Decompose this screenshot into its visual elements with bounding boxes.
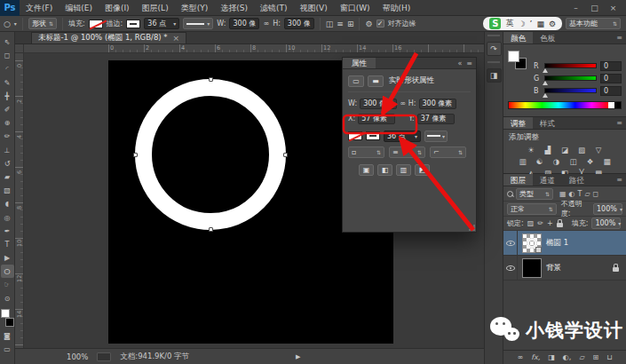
- gradient-tool[interactable]: ▧: [1, 184, 14, 197]
- layer-mask-icon[interactable]: ◨: [548, 353, 555, 361]
- filter-group-layers-icon[interactable]: ▱: [584, 190, 590, 198]
- tab-layers[interactable]: 图层: [503, 174, 533, 186]
- ime-keyboard-icon[interactable]: ▦: [536, 20, 544, 28]
- tab-swatches[interactable]: 色板: [533, 32, 562, 44]
- stroke-type-select[interactable]: ▾: [183, 18, 213, 29]
- intersect-shapes-button[interactable]: ▥: [396, 164, 411, 176]
- menu-view[interactable]: 视图(V): [293, 0, 333, 16]
- shape-anchor-left[interactable]: [133, 153, 138, 157]
- red-value[interactable]: 0: [600, 61, 622, 71]
- history-brush-tool[interactable]: ↺: [1, 157, 14, 170]
- ellipse-tool-preset-icon[interactable]: ○: [4, 20, 11, 28]
- panel-menu-icon[interactable]: ≡: [466, 58, 472, 68]
- lock-transparency-icon[interactable]: ▨: [527, 219, 535, 227]
- link-dimensions-icon[interactable]: ∞: [400, 99, 406, 107]
- workspace-select[interactable]: 基本功能⇅: [566, 18, 621, 29]
- fill-swatch[interactable]: [348, 131, 362, 140]
- menu-file[interactable]: 文件(F): [20, 0, 59, 16]
- stroke-width-field[interactable]: 36 点▾: [384, 131, 421, 142]
- layer-name[interactable]: 椭圆 1: [546, 238, 568, 249]
- move-tool[interactable]: ⇖: [1, 36, 14, 49]
- shape-x-field[interactable]: 57 像素: [358, 114, 395, 124]
- crop-tool[interactable]: ╋: [1, 90, 14, 103]
- foreground-color-swatch[interactable]: [508, 51, 519, 62]
- clone-stamp-tool[interactable]: ⊥: [1, 144, 14, 157]
- exclude-shapes-button[interactable]: ◩: [415, 164, 430, 176]
- filter-pixel-layers-icon[interactable]: ▦: [559, 190, 567, 198]
- gear-icon[interactable]: ⚙: [365, 20, 372, 28]
- photo-filter-icon[interactable]: ◫: [567, 156, 579, 166]
- link-layers-icon[interactable]: ∞: [518, 353, 524, 361]
- filter-type-layers-icon[interactable]: T: [578, 190, 582, 198]
- background-color-swatch[interactable]: [5, 318, 14, 327]
- new-group-icon[interactable]: ▱: [579, 353, 584, 361]
- new-layer-icon[interactable]: ⊞: [593, 353, 599, 361]
- stroke-type-select[interactable]: ▾: [424, 131, 448, 142]
- dodge-tool[interactable]: ◎: [1, 210, 14, 224]
- menu-edit[interactable]: 编辑(E): [59, 0, 99, 16]
- eyedropper-tool[interactable]: ✐: [1, 103, 14, 116]
- screen-mode-button[interactable]: ▭: [1, 343, 14, 356]
- blue-slider-handle[interactable]: [543, 93, 548, 98]
- type-tool[interactable]: T: [1, 238, 14, 251]
- tab-close-icon[interactable]: ×: [173, 34, 180, 43]
- tab-channels[interactable]: 通道: [533, 174, 562, 186]
- tab-styles[interactable]: 样式: [533, 117, 562, 129]
- curves-icon[interactable]: ◪: [559, 145, 571, 154]
- filter-adjustment-layers-icon[interactable]: ◐: [569, 190, 575, 198]
- close-button[interactable]: ×: [606, 2, 621, 13]
- collapse-panel-icon[interactable]: «: [457, 58, 462, 68]
- eraser-tool[interactable]: ▰: [1, 170, 14, 184]
- panel-menu-icon[interactable]: ≡: [613, 174, 626, 186]
- stroke-swatch[interactable]: [126, 20, 140, 28]
- lock-position-icon[interactable]: +: [547, 219, 553, 227]
- quick-selection-tool[interactable]: ✎: [1, 76, 14, 90]
- maximize-button[interactable]: □: [587, 2, 602, 13]
- layer-thumbnail[interactable]: [522, 258, 542, 278]
- filter-shape-layers-icon[interactable]: ◻: [593, 190, 599, 198]
- blur-tool[interactable]: ◖: [1, 197, 14, 210]
- panel-resize-grip[interactable]: [469, 225, 475, 231]
- ruler-corner[interactable]: [15, 44, 24, 53]
- align-edges-checkbox[interactable]: ✓: [376, 20, 384, 28]
- shape-anchor-right[interactable]: [283, 153, 288, 157]
- menu-select[interactable]: 选择(S): [214, 0, 254, 16]
- fill-swatch[interactable]: [89, 20, 103, 28]
- lock-image-icon[interactable]: ✏: [537, 219, 543, 227]
- shape-y-field[interactable]: 37 像素: [417, 114, 455, 124]
- filter-kind-select[interactable]: 类型⇅: [516, 188, 553, 200]
- foreground-background-swatches[interactable]: [1, 309, 14, 327]
- path-arrangement-icon[interactable]: ⊞: [347, 20, 354, 28]
- opacity-field[interactable]: 100%▾: [593, 203, 622, 215]
- vertical-ruler[interactable]: 0 2 4 6 8 10 12 14: [15, 53, 24, 348]
- spectrum-black-cell[interactable]: [614, 102, 621, 108]
- properties-panel-button[interactable]: ◨: [487, 68, 502, 83]
- rectangular-marquee-tool[interactable]: ◻: [1, 49, 14, 62]
- green-slider-handle[interactable]: [543, 81, 548, 85]
- stroke-corners-select[interactable]: ⌐⇅: [430, 146, 466, 158]
- levels-icon[interactable]: ▟: [543, 145, 554, 154]
- black-white-icon[interactable]: ◑: [551, 156, 562, 166]
- blue-slider[interactable]: [544, 88, 597, 93]
- fill-field[interactable]: 100%▾: [591, 218, 621, 229]
- visibility-toggle[interactable]: [503, 256, 518, 280]
- zoom-level[interactable]: 100%: [67, 352, 88, 361]
- menu-image[interactable]: 图像(I): [99, 0, 136, 16]
- path-selection-tool[interactable]: ▶: [1, 251, 14, 265]
- green-value[interactable]: 0: [600, 74, 622, 83]
- shape-width-field[interactable]: 300 像素: [360, 99, 397, 109]
- ime-moon-icon[interactable]: ☽: [518, 20, 525, 28]
- blue-value[interactable]: 0: [600, 86, 622, 96]
- foreground-color-swatch[interactable]: [1, 309, 10, 318]
- menu-filter[interactable]: 滤镜(T): [254, 0, 294, 16]
- delete-layer-icon[interactable]: ⊔: [606, 353, 612, 361]
- blend-mode-select[interactable]: 正常⇅: [507, 203, 557, 215]
- vibrance-icon[interactable]: ▽: [593, 145, 605, 154]
- red-slider[interactable]: [544, 63, 597, 68]
- document-tab[interactable]: 未标题-1 @ 100% (椭圆 1, RGB/8) * ×: [31, 32, 186, 44]
- color-panel-swatches[interactable]: [508, 51, 529, 72]
- menu-help[interactable]: 帮助(H): [376, 0, 417, 16]
- layer-thumbnail[interactable]: [522, 233, 542, 253]
- menu-window[interactable]: 窗口(W): [334, 0, 376, 16]
- tab-paths[interactable]: 路径: [562, 174, 591, 186]
